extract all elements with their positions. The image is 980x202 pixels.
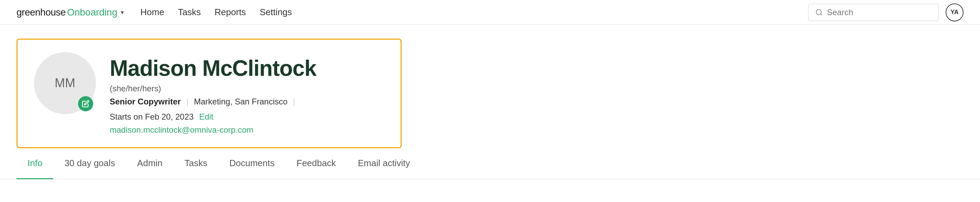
profile-email[interactable]: madison.mcclintock@omniva-corp.com <box>110 125 384 135</box>
profile-title: Senior Copywriter <box>110 97 181 106</box>
tab-tasks[interactable]: Tasks <box>173 148 218 179</box>
profile-info: Madison McClintock (she/her/hers) Senior… <box>110 52 384 135</box>
profile-meta: Senior Copywriter | Marketing, San Franc… <box>110 97 384 122</box>
tab-30-day-goals[interactable]: 30 day goals <box>53 148 126 179</box>
search-icon <box>815 9 823 16</box>
tab-feedback[interactable]: Feedback <box>286 148 347 179</box>
nav-tasks[interactable]: Tasks <box>178 7 201 18</box>
separator-1: | <box>186 97 188 106</box>
brand-greenhouse-text: greenhouse <box>16 7 66 18</box>
tabs-list: Info 30 day goals Admin Tasks Documents … <box>16 148 964 179</box>
tab-info[interactable]: Info <box>16 148 53 179</box>
profile-department: Marketing, San Francisco <box>194 97 288 106</box>
brand-logo[interactable]: greenhouse Onboarding ▾ <box>16 7 124 18</box>
separator-2: | <box>293 97 295 106</box>
profile-pronouns: (she/her/hers) <box>110 84 384 93</box>
nav-settings[interactable]: Settings <box>259 7 292 18</box>
brand-onboarding-text: Onboarding <box>67 7 117 18</box>
svg-line-1 <box>821 14 822 15</box>
edit-profile-link[interactable]: Edit <box>199 112 213 122</box>
svg-point-0 <box>816 9 821 14</box>
profile-card: MM Madison McClintock (she/her/hers) Sen… <box>16 38 402 148</box>
tab-admin[interactable]: Admin <box>126 148 173 179</box>
chevron-down-icon: ▾ <box>121 9 124 16</box>
profile-section: MM Madison McClintock (she/her/hers) Sen… <box>0 25 980 148</box>
tab-email-activity[interactable]: Email activity <box>347 148 421 179</box>
nav-right: YA <box>808 3 964 21</box>
tab-documents[interactable]: Documents <box>218 148 286 179</box>
pencil-icon <box>82 100 89 107</box>
nav-home[interactable]: Home <box>140 7 164 18</box>
user-avatar[interactable]: YA <box>946 3 964 21</box>
edit-avatar-button[interactable] <box>78 96 93 111</box>
profile-name: Madison McClintock <box>110 56 384 80</box>
tabs-section: Info 30 day goals Admin Tasks Documents … <box>0 148 980 179</box>
search-input[interactable] <box>827 8 932 17</box>
nav-reports[interactable]: Reports <box>215 7 246 18</box>
avatar-container: MM <box>34 52 96 114</box>
profile-start-date: Starts on Feb 20, 2023 <box>110 112 194 122</box>
navbar: greenhouse Onboarding ▾ Home Tasks Repor… <box>0 0 980 25</box>
nav-links: Home Tasks Reports Settings <box>140 7 808 18</box>
search-box[interactable] <box>808 4 939 21</box>
